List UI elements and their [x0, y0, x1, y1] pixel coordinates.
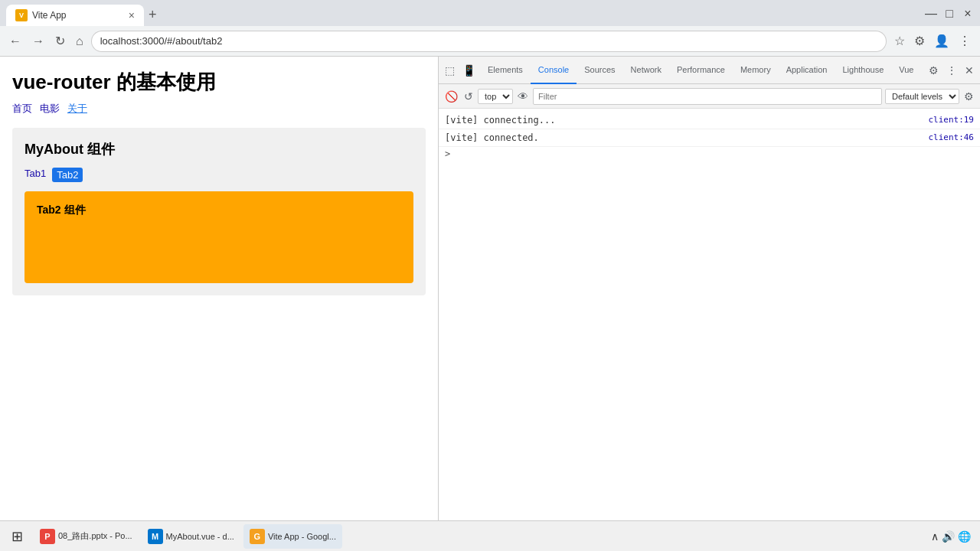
context-select[interactable]: top — [478, 89, 513, 104]
bookmark-icon[interactable]: ☆ — [891, 32, 908, 50]
devtools-tab-application[interactable]: Application — [779, 57, 835, 84]
more-options-icon[interactable]: ⋮ — [956, 32, 974, 50]
console-line: [vite] connected. client:46 — [439, 129, 980, 147]
eye-icon[interactable]: 👁 — [516, 89, 530, 104]
new-tab-button[interactable]: + — [144, 7, 162, 23]
home-button[interactable]: ⌂ — [73, 33, 87, 50]
nav-links: 首页 电影 关于 — [12, 102, 426, 116]
tray-up-icon[interactable]: ∧ — [931, 530, 939, 543]
tab-close-button[interactable]: × — [129, 10, 135, 21]
devtools-tab-sources[interactable]: Sources — [577, 57, 622, 84]
back-button[interactable]: ← — [6, 33, 24, 50]
nav-home[interactable]: 首页 — [12, 102, 32, 116]
devtools-tab-lighthouse[interactable]: Lighthouse — [835, 57, 891, 84]
about-section: MyAbout 组件 Tab1 Tab2 Tab2 组件 — [12, 128, 426, 295]
console-message-1: [vite] connecting... — [445, 113, 928, 127]
devtools-close-icon[interactable]: ✕ — [962, 61, 977, 80]
refresh-button[interactable]: ↻ — [52, 32, 68, 50]
browser-tab[interactable]: V Vite App × — [6, 5, 144, 26]
console-settings-icon[interactable]: ⚙ — [962, 89, 975, 104]
pptx-icon: P — [40, 529, 55, 544]
toolbar-icons: ☆ ⚙ 👤 ⋮ — [891, 32, 974, 50]
devtools-tab-network[interactable]: Network — [623, 57, 669, 84]
devtools-panel: ⬚ 📱 Elements Console Sources Network Per… — [438, 57, 980, 520]
address-input[interactable] — [91, 31, 887, 52]
close-window-button[interactable]: × — [962, 7, 974, 19]
browser-window: V Vite App × + — □ × ← → ↻ ⌂ ☆ ⚙ 👤 ⋮ vue… — [0, 0, 980, 551]
devtools-tab-console[interactable]: Console — [531, 57, 577, 84]
tray-volume-icon[interactable]: 🔊 — [942, 530, 955, 543]
tray-network-icon[interactable]: 🌐 — [958, 530, 971, 543]
tab2-content-text: Tab2 组件 — [37, 204, 86, 216]
nav-about[interactable]: 关于 — [67, 102, 87, 116]
console-source-1[interactable]: client:19 — [928, 113, 974, 127]
chrome-icon: G — [250, 529, 265, 544]
taskbar: ⊞ P 08_路由.pptx - Po... M MyAbout.vue - d… — [0, 520, 980, 551]
devtools-console: [vite] connecting... client:19 [vite] co… — [439, 109, 980, 520]
devtools-more-icon[interactable]: ⋮ — [943, 61, 960, 80]
taskbar-tray: ∧ 🔊 🌐 — [931, 530, 977, 543]
profile-icon[interactable]: 👤 — [931, 32, 952, 50]
filter-input[interactable] — [533, 88, 882, 105]
tab-links: Tab1 Tab2 — [24, 168, 413, 182]
vscode-icon: M — [148, 529, 163, 544]
taskbar-item-chrome[interactable]: G Vite App - Googl... — [243, 524, 342, 549]
taskbar-item-pptx[interactable]: P 08_路由.pptx - Po... — [34, 524, 139, 549]
devtools-tab-elements[interactable]: Elements — [480, 57, 531, 84]
tab-favicon-icon: V — [15, 9, 28, 21]
address-bar: ← → ↻ ⌂ ☆ ⚙ 👤 ⋮ — [0, 26, 980, 57]
webpage: vue-router 的基本使用 首页 电影 关于 MyAbout 组件 Tab… — [0, 57, 438, 520]
devtools-tab-performance[interactable]: Performance — [669, 57, 733, 84]
tab2-link[interactable]: Tab2 — [52, 168, 83, 182]
content-area: vue-router 的基本使用 首页 电影 关于 MyAbout 组件 Tab… — [0, 57, 980, 520]
console-prompt-line: > — [439, 147, 980, 161]
console-line: [vite] connecting... client:19 — [439, 112, 980, 129]
tab-bar: V Vite App × + — [6, 0, 162, 26]
devtools-device-icon[interactable]: 📱 — [459, 61, 479, 80]
nav-movies[interactable]: 电影 — [40, 102, 60, 116]
console-source-2[interactable]: client:46 — [928, 131, 974, 145]
title-bar: V Vite App × + — □ × — [0, 0, 980, 26]
window-controls: — □ × — [925, 7, 974, 19]
console-clear-icon[interactable]: 🚫 — [443, 89, 459, 104]
console-refresh-icon[interactable]: ↺ — [462, 89, 475, 104]
vscode-label: MyAbout.vue - d... — [166, 532, 234, 541]
maximize-button[interactable]: □ — [943, 7, 956, 19]
tab-title: Vite App — [32, 10, 66, 21]
taskbar-item-vscode[interactable]: M MyAbout.vue - d... — [142, 524, 240, 549]
extensions-icon[interactable]: ⚙ — [911, 32, 928, 50]
devtools-tab-bar: Elements Console Sources Network Perform… — [480, 57, 921, 84]
devtools-subbar: 🚫 ↺ top 👁 Default levels ⚙ — [439, 84, 980, 109]
devtools-right-icons: ⚙ ⋮ ✕ — [926, 61, 977, 80]
page-title: vue-router 的基本使用 — [12, 69, 426, 96]
devtools-inspect-icon[interactable]: ⬚ — [442, 61, 458, 80]
minimize-button[interactable]: — — [925, 7, 937, 19]
levels-select[interactable]: Default levels — [885, 89, 959, 104]
devtools-tab-vue[interactable]: Vue — [891, 57, 921, 84]
console-caret: > — [445, 148, 450, 159]
devtools-settings-icon[interactable]: ⚙ — [926, 61, 942, 80]
console-input[interactable] — [453, 148, 974, 159]
tab1-link[interactable]: Tab1 — [24, 168, 46, 182]
devtools-toolbar: ⬚ 📱 Elements Console Sources Network Per… — [439, 57, 980, 84]
console-message-2: [vite] connected. — [445, 131, 928, 145]
pptx-label: 08_路由.pptx - Po... — [58, 530, 132, 542]
devtools-tab-memory[interactable]: Memory — [733, 57, 779, 84]
chrome-label: Vite App - Googl... — [268, 532, 336, 541]
start-button[interactable]: ⊞ — [3, 524, 31, 549]
forward-button[interactable]: → — [29, 33, 47, 50]
tab2-content-box: Tab2 组件 — [24, 191, 413, 283]
about-title: MyAbout 组件 — [24, 140, 413, 158]
